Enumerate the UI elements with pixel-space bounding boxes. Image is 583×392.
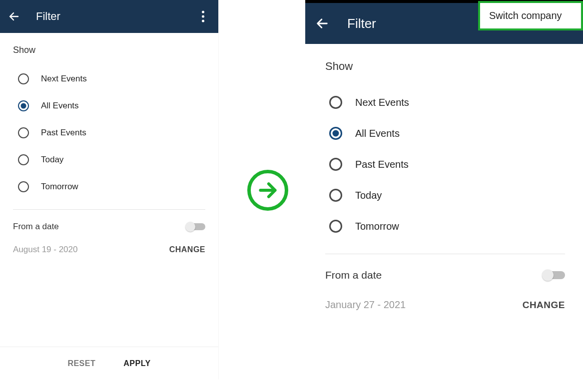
divider [13, 209, 205, 210]
radio-icon [329, 96, 342, 109]
radio-tomorrow[interactable]: Tomorrow [18, 173, 205, 200]
radio-icon [18, 154, 29, 165]
radio-label: Past Events [41, 128, 86, 138]
back-icon[interactable] [8, 10, 20, 22]
back-icon[interactable] [315, 16, 329, 30]
radio-label: Tomorrow [355, 221, 399, 232]
radio-icon [18, 100, 29, 111]
change-button[interactable]: CHANGE [523, 300, 565, 311]
reset-button[interactable]: RESET [67, 359, 95, 368]
screen-before: Filter Show Next Events All Events Past … [0, 0, 219, 380]
apply-button[interactable]: APPLY [123, 359, 150, 368]
radio-icon [329, 189, 342, 202]
radio-label: Next Events [41, 74, 87, 84]
section-heading-show: Show [13, 45, 205, 55]
date-row: August 19 - 2020 CHANGE [13, 245, 205, 255]
radio-icon [329, 158, 342, 171]
content: Show Next Events All Events Past Events … [305, 44, 583, 392]
radio-past-events[interactable]: Past Events [18, 119, 205, 146]
radio-icon [18, 181, 29, 192]
radio-today[interactable]: Today [329, 180, 565, 211]
change-button[interactable]: CHANGE [169, 245, 205, 254]
from-date-label: From a date [325, 269, 382, 281]
page-title: Filter [347, 16, 376, 31]
section-heading-show: Show [325, 60, 565, 73]
page-title: Filter [36, 10, 60, 23]
menu-item-switch-company[interactable]: Switch company [478, 1, 583, 30]
radio-label: Past Events [355, 159, 409, 170]
from-date-row: From a date [325, 269, 565, 281]
radio-label: All Events [355, 128, 400, 139]
radio-tomorrow[interactable]: Tomorrow [329, 211, 565, 242]
bottom-bar: RESET APPLY [0, 347, 218, 380]
radio-label: Next Events [355, 97, 409, 108]
from-date-row: From a date [13, 222, 205, 232]
date-value: January 27 - 2021 [325, 299, 406, 311]
radio-group-show: Next Events All Events Past Events Today… [325, 87, 565, 242]
appbar: Filter [0, 0, 218, 33]
radio-next-events[interactable]: Next Events [18, 65, 205, 92]
radio-icon [18, 127, 29, 138]
radio-today[interactable]: Today [18, 146, 205, 173]
radio-icon [329, 127, 342, 140]
radio-all-events[interactable]: All Events [329, 118, 565, 149]
radio-next-events[interactable]: Next Events [329, 87, 565, 118]
date-value: August 19 - 2020 [13, 245, 77, 255]
radio-icon [329, 220, 342, 233]
radio-icon [18, 73, 29, 84]
radio-past-events[interactable]: Past Events [329, 149, 565, 180]
overflow-menu-icon[interactable] [198, 7, 208, 26]
divider [325, 254, 565, 254]
from-date-toggle[interactable] [186, 223, 205, 231]
radio-all-events[interactable]: All Events [18, 92, 205, 119]
screen-after: Filter Switch company Show Next Events A… [305, 0, 583, 392]
radio-label: Today [41, 155, 63, 165]
date-row: January 27 - 2021 CHANGE [325, 299, 565, 311]
from-date-toggle[interactable] [543, 271, 565, 280]
radio-label: Tomorrow [41, 182, 78, 192]
radio-label: Today [355, 190, 382, 201]
content: Show Next Events All Events Past Events … [0, 33, 218, 347]
radio-label: All Events [41, 101, 79, 111]
from-date-label: From a date [13, 222, 59, 232]
appbar: Filter Switch company [305, 3, 583, 44]
radio-group-show: Next Events All Events Past Events Today… [13, 65, 205, 200]
arrow-right-icon [247, 170, 288, 211]
